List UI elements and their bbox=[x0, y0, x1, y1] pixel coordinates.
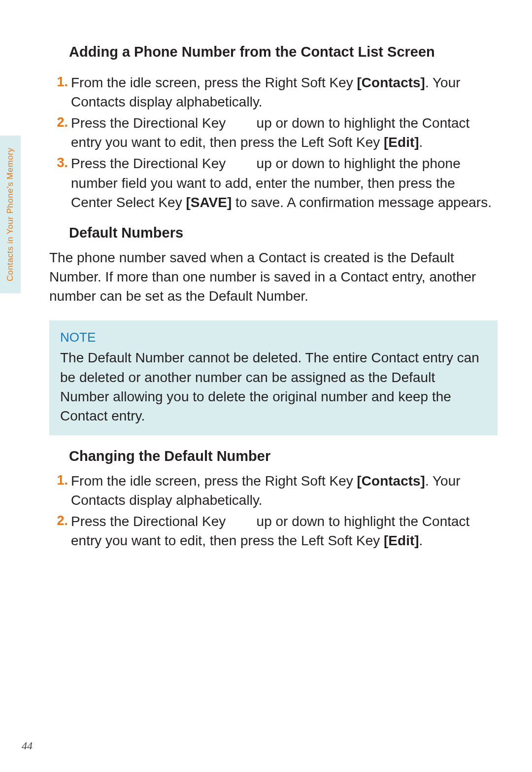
side-tab-label: Contacts in Your Phone's Memory bbox=[0, 136, 21, 293]
step-number: 3. bbox=[49, 154, 71, 212]
step-item: 3. Press the Directional Key up or down … bbox=[49, 154, 498, 212]
text-run: Press the Directional Key bbox=[71, 514, 230, 529]
text-run: From the idle screen, press the Right So… bbox=[71, 473, 357, 489]
side-tab: Contacts in Your Phone's Memory bbox=[0, 136, 21, 293]
section-heading-adding: Adding a Phone Number from the Contact L… bbox=[49, 42, 498, 62]
note-label: NOTE bbox=[60, 328, 487, 346]
note-text: The Default Number cannot be deleted. Th… bbox=[60, 348, 487, 425]
step-number: 1. bbox=[49, 73, 71, 111]
step-item: 2. Press the Directional Key up or down … bbox=[49, 113, 498, 152]
step-text: From the idle screen, press the Right So… bbox=[71, 471, 498, 510]
step-text: From the idle screen, press the Right So… bbox=[71, 73, 498, 111]
step-item: 1. From the idle screen, press the Right… bbox=[49, 73, 498, 111]
section-heading-default-numbers: Default Numbers bbox=[49, 223, 498, 243]
step-item: 2. Press the Directional Key up or down … bbox=[49, 512, 498, 550]
bold-text: [Contacts] bbox=[357, 473, 425, 489]
paragraph-text: The phone number saved when a Contact is… bbox=[49, 248, 498, 306]
text-run: From the idle screen, press the Right So… bbox=[71, 75, 357, 90]
section-heading-changing-default: Changing the Default Number bbox=[49, 446, 498, 466]
step-number: 2. bbox=[49, 512, 71, 550]
step-text: Press the Directional Key up or down to … bbox=[71, 512, 498, 550]
step-number: 2. bbox=[49, 113, 71, 152]
step-text: Press the Directional Key up or down to … bbox=[71, 154, 498, 212]
bold-text: [Edit] bbox=[384, 533, 419, 548]
text-run: Press the Directional Key bbox=[71, 115, 230, 131]
text-run: Press the Directional Key bbox=[71, 156, 230, 171]
bold-text: [SAVE] bbox=[186, 195, 232, 210]
note-callout: NOTE The Default Number cannot be delete… bbox=[49, 320, 498, 435]
step-item: 1. From the idle screen, press the Right… bbox=[49, 471, 498, 510]
step-number: 1. bbox=[49, 471, 71, 510]
text-run: . bbox=[419, 135, 423, 150]
text-run: . bbox=[419, 533, 423, 548]
bold-text: [Contacts] bbox=[357, 75, 425, 90]
document-page: Contacts in Your Phone's Memory Adding a… bbox=[0, 0, 532, 772]
page-content: Adding a Phone Number from the Contact L… bbox=[49, 42, 498, 551]
step-text: Press the Directional Key up or down to … bbox=[71, 113, 498, 152]
text-run: to save. A confirmation message appears. bbox=[232, 195, 492, 210]
bold-text: [Edit] bbox=[384, 135, 419, 150]
page-number: 44 bbox=[22, 739, 33, 752]
